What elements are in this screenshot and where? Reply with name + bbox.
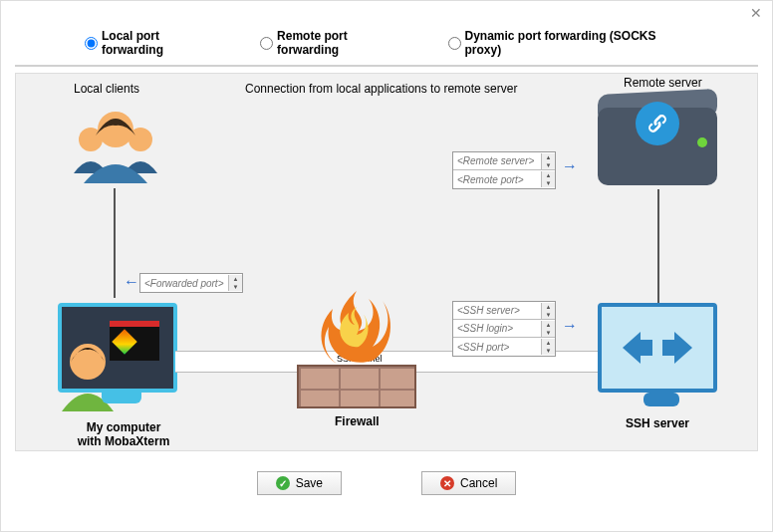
svg-point-2 bbox=[98, 112, 133, 147]
remote-port-input[interactable] bbox=[453, 174, 541, 185]
radio-local-label: Local port forwarding bbox=[102, 29, 220, 57]
cancel-button-label: Cancel bbox=[460, 476, 497, 490]
line-clients-to-pc bbox=[114, 188, 116, 298]
remote-server-spinner[interactable]: ▲▼ bbox=[541, 153, 555, 169]
radio-local-forwarding[interactable]: Local port forwarding bbox=[85, 29, 220, 57]
forwarded-port-group: ▲▼ bbox=[139, 273, 243, 293]
arrow-right-remote-icon: → bbox=[562, 157, 578, 175]
ssh-server-icon bbox=[598, 303, 717, 393]
connection-description: Connection from local applications to re… bbox=[245, 82, 517, 96]
ssh-server-caption: SSH server bbox=[626, 416, 689, 430]
dialog-buttons: ✓ Save ✕ Cancel bbox=[1, 459, 772, 507]
save-button[interactable]: ✓ Save bbox=[257, 471, 342, 495]
ssh-port-spinner[interactable]: ▲▼ bbox=[541, 339, 555, 355]
cancel-button[interactable]: ✕ Cancel bbox=[421, 471, 516, 495]
arrow-right-ssh-icon: → bbox=[562, 317, 578, 335]
remote-server-group: ▲▼ ▲▼ bbox=[452, 151, 556, 189]
tunnel-settings-window: ✕ Local port forwarding Remote port forw… bbox=[0, 0, 773, 532]
local-clients-label: Local clients bbox=[74, 82, 139, 96]
ssh-login-spinner[interactable]: ▲▼ bbox=[541, 321, 555, 337]
remote-port-spinner[interactable]: ▲▼ bbox=[541, 171, 555, 187]
my-computer-icon bbox=[58, 303, 177, 393]
firewall-icon bbox=[297, 365, 416, 408]
close-icon[interactable]: ✕ bbox=[750, 5, 762, 21]
ssh-fields-group: ▲▼ ▲▼ ▲▼ bbox=[452, 301, 556, 357]
check-icon: ✓ bbox=[276, 476, 290, 490]
line-server-to-ssh bbox=[657, 189, 659, 303]
arrows-icon bbox=[623, 328, 692, 368]
radio-local-input[interactable] bbox=[85, 37, 98, 50]
cancel-icon: ✕ bbox=[440, 476, 454, 490]
firewall-caption: Firewall bbox=[335, 414, 380, 428]
ssh-port-input[interactable] bbox=[453, 342, 541, 353]
radio-remote-forwarding[interactable]: Remote port forwarding bbox=[260, 29, 407, 57]
radio-dynamic-input[interactable] bbox=[448, 37, 461, 50]
forwarding-type-radios: Local port forwarding Remote port forwar… bbox=[15, 1, 758, 67]
my-computer-caption: My computer with MobaXterm bbox=[64, 420, 183, 448]
forwarded-port-input[interactable] bbox=[140, 278, 228, 289]
radio-dynamic-forwarding[interactable]: Dynamic port forwarding (SOCKS proxy) bbox=[448, 29, 689, 57]
radio-remote-label: Remote port forwarding bbox=[277, 29, 407, 57]
ssh-login-input[interactable] bbox=[453, 323, 541, 334]
ssh-server-input[interactable] bbox=[453, 305, 541, 316]
remote-server-input[interactable] bbox=[453, 155, 541, 166]
link-icon bbox=[636, 102, 679, 145]
remote-server-label: Remote server bbox=[624, 76, 702, 90]
ssh-server-spinner[interactable]: ▲▼ bbox=[541, 303, 555, 319]
radio-remote-input[interactable] bbox=[260, 37, 273, 50]
forwarded-port-spinner[interactable]: ▲▼ bbox=[228, 275, 242, 291]
arrow-left-icon: ← bbox=[124, 273, 139, 291]
save-button-label: Save bbox=[296, 476, 323, 490]
topology-diagram: Local clients Connection from local appl… bbox=[15, 73, 758, 451]
remote-server-icon bbox=[598, 108, 717, 185]
radio-dynamic-label: Dynamic port forwarding (SOCKS proxy) bbox=[465, 29, 689, 57]
local-clients-icon bbox=[66, 102, 165, 191]
